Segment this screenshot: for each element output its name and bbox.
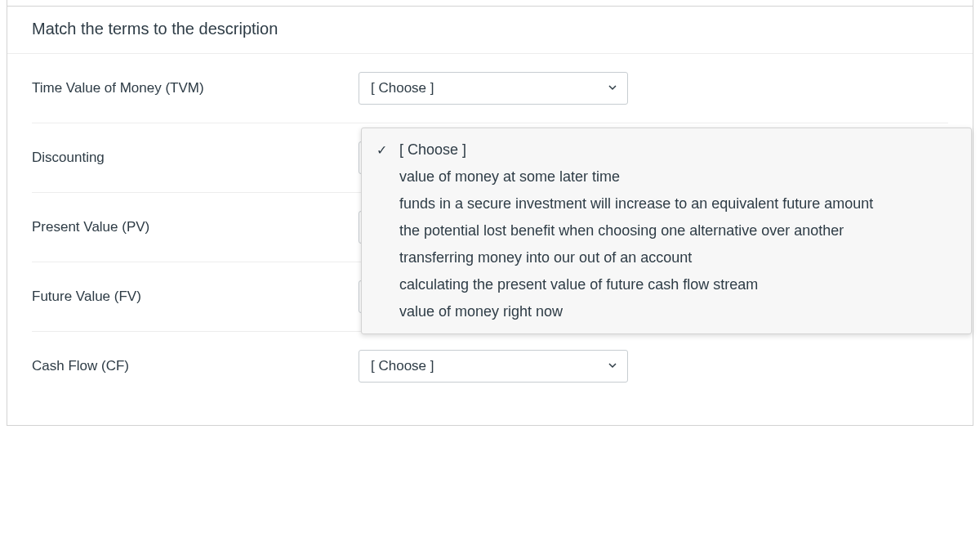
match-row: Time Value of Money (TVM) [ Choose ] [32, 54, 948, 123]
term-label: Time Value of Money (TVM) [32, 80, 359, 96]
option-label: value of money right now [399, 303, 563, 320]
question-prompt: Match the terms to the description [7, 0, 973, 54]
select-wrap: [ Choose ] [359, 350, 628, 383]
term-label: Future Value (FV) [32, 289, 359, 305]
select-wrap: [ Choose ] [359, 72, 628, 105]
chevron-down-icon [608, 80, 617, 96]
option-label: value of money at some later time [399, 168, 620, 185]
option-label: calculating the present value of future … [399, 276, 758, 293]
select-tvm[interactable]: [ Choose ] [359, 72, 628, 105]
dropdown-menu: ✓ [ Choose ] value of money at some late… [361, 128, 972, 334]
check-icon: ✓ [376, 141, 387, 160]
match-row: Cash Flow (CF) [ Choose ] [32, 332, 948, 401]
dropdown-option[interactable]: value of money right now [362, 298, 971, 325]
dropdown-option[interactable]: funds in a secure investment will increa… [362, 190, 971, 217]
dropdown-option-choose[interactable]: ✓ [ Choose ] [362, 136, 971, 163]
option-label: [ Choose ] [399, 141, 466, 158]
select-cf[interactable]: [ Choose ] [359, 350, 628, 383]
select-value: [ Choose ] [371, 80, 434, 96]
dropdown-option[interactable]: transferring money into our out of an ac… [362, 244, 971, 271]
term-label: Discounting [32, 150, 359, 166]
term-label: Present Value (PV) [32, 219, 359, 235]
dropdown-option[interactable]: the potential lost benefit when choosing… [362, 217, 971, 244]
term-label: Cash Flow (CF) [32, 358, 359, 374]
dropdown-option[interactable]: calculating the present value of future … [362, 271, 971, 298]
option-label: transferring money into our out of an ac… [399, 249, 692, 266]
option-label: funds in a secure investment will increa… [399, 195, 873, 212]
chevron-down-icon [608, 358, 617, 374]
select-value: [ Choose ] [371, 358, 434, 374]
option-label: the potential lost benefit when choosing… [399, 222, 844, 239]
dropdown-option[interactable]: value of money at some later time [362, 163, 971, 190]
